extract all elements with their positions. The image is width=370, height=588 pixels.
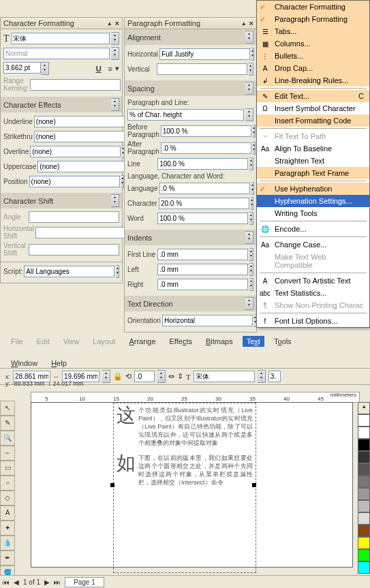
color-swatch[interactable]	[358, 537, 370, 549]
spinner[interactable]: ▴▾	[249, 278, 253, 291]
page-tab[interactable]: Page 1	[65, 577, 104, 587]
lang-input[interactable]	[159, 183, 250, 194]
spacing-header[interactable]: Spacing▴▾	[125, 80, 256, 96]
alignment-header[interactable]: Alignment▴▾	[125, 29, 256, 45]
font-spinner[interactable]: ▴▾	[111, 32, 119, 45]
uppercase-select[interactable]	[37, 161, 128, 172]
spinner[interactable]: ▴▾	[249, 63, 253, 76]
color-swatch[interactable]	[358, 439, 370, 451]
spinner[interactable]: ▴▾	[102, 370, 110, 383]
color-swatch[interactable]	[358, 427, 370, 439]
script-select[interactable]	[24, 266, 114, 277]
size-input[interactable]	[3, 62, 41, 74]
spinner[interactable]: ▴▾	[251, 197, 253, 210]
menu-item[interactable]: AConvert To Artistic Text	[257, 275, 369, 287]
no-color-swatch[interactable]	[358, 414, 370, 427]
menu-text[interactable]: Text	[243, 336, 264, 347]
menu-help[interactable]: Help	[47, 358, 71, 369]
spinner[interactable]: ▴▾	[111, 194, 119, 207]
size-input[interactable]	[268, 371, 281, 382]
vert-select[interactable]	[157, 63, 247, 75]
menu-edit[interactable]: Edit	[33, 336, 54, 347]
format-icon[interactable]: ≡	[108, 65, 112, 73]
kerning-input[interactable]	[30, 79, 121, 91]
spinner[interactable]: ▴▾	[245, 108, 253, 121]
spinner[interactable]: ▴▾	[249, 248, 253, 261]
color-swatch[interactable]	[358, 525, 370, 537]
color-swatch[interactable]	[358, 488, 370, 500]
polygon-tool[interactable]: ◇	[0, 491, 15, 506]
menu-item[interactable]: ΩInsert Symbol Character	[257, 102, 369, 114]
pl-select[interactable]	[127, 109, 244, 121]
close-icon[interactable]: ×	[115, 19, 119, 27]
spinner[interactable]: ▴▾	[258, 370, 266, 383]
spinner[interactable]: ▴▾	[116, 265, 119, 278]
menu-layout[interactable]: Layout	[89, 336, 119, 347]
lock-icon[interactable]: 🔒	[113, 372, 123, 381]
underline-select[interactable]	[34, 116, 125, 127]
color-swatch[interactable]	[358, 451, 370, 463]
effects-header[interactable]: Character Effects▴▾	[1, 97, 122, 112]
selection-handle[interactable]	[252, 483, 256, 487]
menu-arrange[interactable]: AArrangerrange	[125, 336, 159, 347]
spinner[interactable]: ▴▾	[249, 263, 253, 276]
palette-scroll-up[interactable]: ▴	[358, 402, 370, 414]
color-swatch[interactable]	[358, 463, 370, 476]
ellipse-tool[interactable]: ○	[0, 476, 15, 491]
right-input[interactable]	[157, 279, 248, 290]
spinner[interactable]: ▴▾	[41, 62, 49, 75]
overline-select[interactable]	[30, 146, 121, 157]
color-swatch[interactable]	[358, 512, 370, 525]
after-input[interactable]	[161, 142, 251, 154]
zoom-tool[interactable]: 🔍	[0, 431, 15, 446]
page-nav-first[interactable]: ⏮	[3, 578, 10, 586]
dir-header[interactable]: Text Direction▴▾	[125, 296, 256, 311]
menu-item[interactable]: ▦Columns...	[257, 37, 369, 50]
menu-file[interactable]: File	[7, 336, 27, 347]
rect-tool[interactable]: ▭	[0, 461, 15, 476]
color-swatch[interactable]	[358, 561, 370, 574]
spinner[interactable]: ▴▾	[253, 142, 256, 155]
menu-item[interactable]: Hyphenation Settings...	[257, 195, 369, 207]
mirror-v-icon[interactable]: ⇕	[177, 372, 183, 381]
interactive-tool[interactable]: ✦	[0, 521, 15, 536]
menu-item[interactable]: ↲Line-Breaking Rules...	[257, 74, 369, 87]
spinner[interactable]: ▴▾	[245, 297, 253, 310]
text-frame[interactable]: 这个功能类似Illustrator的实时填充（Live Paint），但又区别于…	[113, 403, 256, 573]
text-tool[interactable]: A	[0, 506, 15, 521]
dropdown-icon[interactable]: ▾	[115, 64, 119, 73]
position-select[interactable]	[29, 176, 120, 187]
menu-item[interactable]: ☰Tabs...	[257, 25, 369, 37]
spinner[interactable]: ▴▾	[245, 231, 253, 244]
page-nav-prev[interactable]: ◀	[14, 578, 19, 586]
menu-item[interactable]: AaChange Case...	[257, 238, 369, 251]
menu-item[interactable]: 🌐Encode...	[257, 223, 369, 235]
spinner[interactable]: ▴▾	[251, 182, 254, 195]
menu-effects[interactable]: Effects	[166, 336, 196, 347]
menu-item[interactable]: Writing Tools	[257, 207, 369, 219]
indents-header[interactable]: Indents▴▾	[125, 230, 256, 245]
menu-window[interactable]: Window	[7, 358, 42, 369]
menu-item[interactable]: Straighten Text	[257, 155, 369, 167]
spinner[interactable]: ▴▾	[249, 212, 253, 225]
spinner[interactable]: ▴▾	[245, 82, 253, 95]
menu-view[interactable]: View	[59, 336, 84, 347]
spinner[interactable]: ▴▾	[157, 370, 166, 383]
color-swatch[interactable]	[358, 476, 370, 488]
left-input[interactable]	[157, 264, 248, 275]
before-input[interactable]	[161, 125, 251, 137]
menu-item[interactable]: ✓Character Formatting	[257, 1, 369, 13]
menu-item[interactable]: abcText Statistics...	[257, 287, 369, 299]
canvas[interactable]: 这个功能类似Illustrator的实时填充（Live Paint），但又区别于…	[31, 402, 353, 568]
word-input[interactable]	[157, 213, 248, 224]
spinner[interactable]: ▴▾	[111, 47, 119, 60]
spinner[interactable]: ▴▾	[245, 31, 253, 44]
font-combo[interactable]	[11, 33, 110, 44]
spinner[interactable]: ▴▾	[121, 175, 124, 188]
color-swatch[interactable]	[358, 500, 370, 512]
close-icon[interactable]: ×	[249, 19, 253, 27]
selection-handle[interactable]	[110, 483, 114, 487]
spinner[interactable]: ▴▾	[249, 157, 253, 170]
spinner[interactable]: ▴▾	[251, 48, 254, 61]
menu-item[interactable]: ⋮Bullets...	[257, 50, 369, 62]
